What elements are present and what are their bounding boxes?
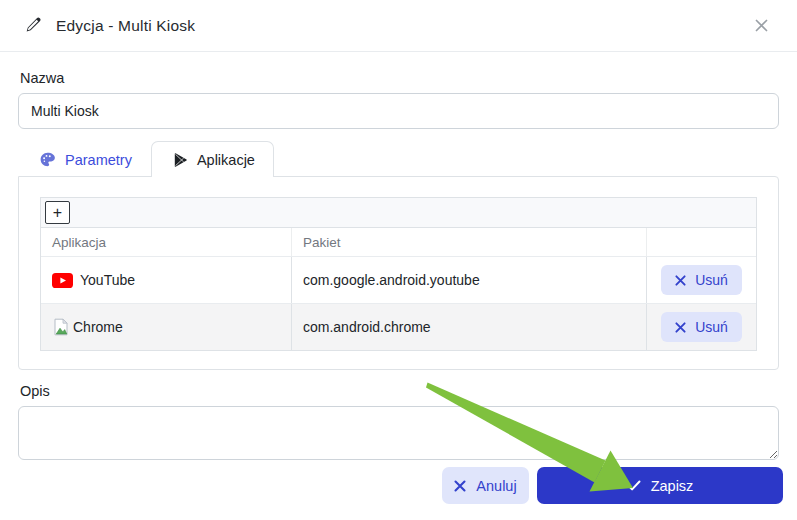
x-icon bbox=[675, 275, 686, 286]
app-package: com.google.android.youtube bbox=[291, 257, 646, 303]
column-header-aplikacja: Aplikacja bbox=[41, 228, 291, 256]
table-row: YouTube com.google.android.youtube Usuń bbox=[41, 256, 756, 303]
dialog-footer: Anuluj Zapisz bbox=[0, 460, 797, 520]
tab-parametry-label: Parametry bbox=[65, 152, 132, 168]
app-name: Chrome bbox=[73, 319, 123, 335]
name-input[interactable] bbox=[18, 93, 779, 129]
applications-table: + Aplikacja Pakiet YouTube bbox=[40, 197, 757, 351]
column-header-pakiet: Pakiet bbox=[291, 228, 646, 256]
palette-icon bbox=[39, 151, 56, 168]
check-icon bbox=[627, 480, 641, 491]
broken-image-icon bbox=[52, 318, 70, 336]
x-icon bbox=[675, 322, 686, 333]
description-textarea[interactable] bbox=[18, 406, 779, 460]
table-toolbar: + bbox=[41, 198, 756, 228]
dialog-body: Nazwa Parametry bbox=[0, 52, 797, 460]
dialog-header: Edycja - Multi Kiosk bbox=[0, 0, 797, 52]
tab-aplikacje-label: Aplikacje bbox=[197, 152, 255, 168]
name-label: Nazwa bbox=[20, 70, 777, 86]
tab-bar: Parametry Aplikacje bbox=[18, 141, 779, 176]
applications-panel: + Aplikacja Pakiet YouTube bbox=[18, 176, 779, 370]
play-store-icon bbox=[172, 152, 188, 168]
save-button[interactable]: Zapisz bbox=[537, 467, 783, 504]
cancel-button[interactable]: Anuluj bbox=[442, 467, 529, 504]
table-header-row: Aplikacja Pakiet bbox=[41, 228, 756, 256]
close-icon[interactable] bbox=[750, 14, 773, 37]
remove-chrome-button[interactable]: Usuń bbox=[661, 312, 742, 342]
column-header-actions bbox=[646, 228, 756, 256]
table-body: YouTube com.google.android.youtube Usuń bbox=[41, 256, 756, 350]
remove-youtube-button[interactable]: Usuń bbox=[661, 265, 742, 295]
x-icon bbox=[454, 480, 466, 492]
tab-aplikacje[interactable]: Aplikacje bbox=[151, 141, 274, 177]
table-row: Chrome com.android.chrome Usuń bbox=[41, 303, 756, 350]
tab-parametry[interactable]: Parametry bbox=[18, 141, 151, 177]
app-name: YouTube bbox=[80, 272, 135, 288]
description-label: Opis bbox=[20, 383, 777, 399]
add-application-button[interactable]: + bbox=[45, 201, 70, 224]
youtube-icon bbox=[52, 273, 73, 288]
dialog-title: Edycja - Multi Kiosk bbox=[56, 17, 195, 35]
pencil-icon bbox=[24, 17, 41, 34]
app-package: com.android.chrome bbox=[291, 304, 646, 350]
edit-dialog: Edycja - Multi Kiosk Nazwa Parametry bbox=[0, 0, 797, 520]
